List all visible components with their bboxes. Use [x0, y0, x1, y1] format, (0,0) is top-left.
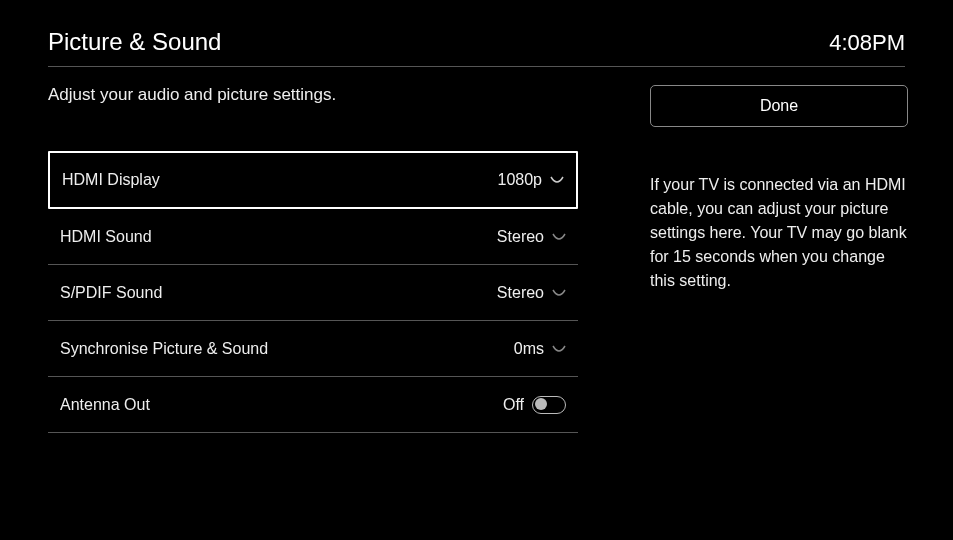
chevron-down-icon [550, 176, 564, 184]
page-subtitle: Adjust your audio and picture settings. [48, 85, 578, 105]
done-button[interactable]: Done [650, 85, 908, 127]
setting-value: Stereo [497, 284, 544, 302]
setting-label: Antenna Out [60, 396, 150, 414]
setting-hdmi-sound[interactable]: HDMI Sound Stereo [48, 209, 578, 265]
clock: 4:08PM [829, 30, 905, 56]
setting-value: Stereo [497, 228, 544, 246]
setting-label: S/PDIF Sound [60, 284, 162, 302]
chevron-down-icon [552, 289, 566, 297]
setting-label: HDMI Display [62, 171, 160, 189]
setting-value: Off [503, 396, 524, 414]
setting-antenna-out[interactable]: Antenna Out Off [48, 377, 578, 433]
setting-sync-picture-sound[interactable]: Synchronise Picture & Sound 0ms [48, 321, 578, 377]
setting-spdif-sound[interactable]: S/PDIF Sound Stereo [48, 265, 578, 321]
setting-value: 0ms [514, 340, 544, 358]
chevron-down-icon [552, 345, 566, 353]
toggle-off-icon[interactable] [532, 396, 566, 414]
setting-hdmi-display[interactable]: HDMI Display 1080p [48, 151, 578, 209]
chevron-down-icon [552, 233, 566, 241]
setting-value: 1080p [498, 171, 543, 189]
setting-label: Synchronise Picture & Sound [60, 340, 268, 358]
settings-list: HDMI Display 1080p HDMI Sound Stereo [48, 151, 578, 433]
setting-label: HDMI Sound [60, 228, 152, 246]
help-text: If your TV is connected via an HDMI cabl… [650, 173, 908, 293]
page-title: Picture & Sound [48, 28, 221, 56]
